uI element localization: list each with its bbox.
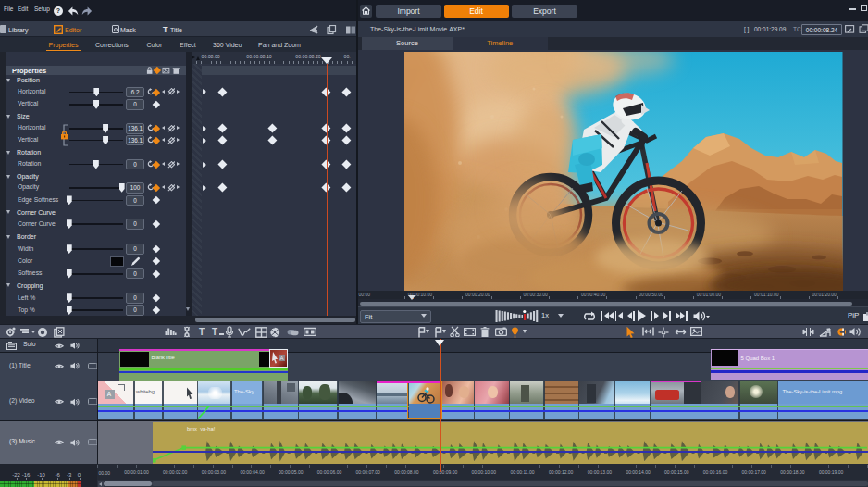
- svg-text:A: A: [279, 356, 283, 361]
